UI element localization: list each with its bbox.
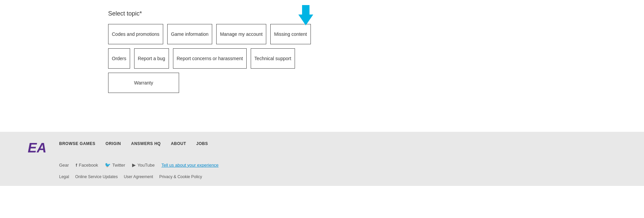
btn-codes-promotions[interactable]: Codes and promotions: [108, 24, 163, 44]
legal-link[interactable]: Legal: [59, 174, 69, 179]
social-gear[interactable]: Gear: [59, 163, 69, 168]
btn-manage-account[interactable]: Manage my account: [216, 24, 266, 44]
privacy-policy-link[interactable]: Privacy & Cookie Policy: [159, 174, 202, 179]
twitter-label: Twitter: [112, 163, 125, 168]
footer-top: EA BROWSE GAMES ORIGIN ANSWERS HQ ABOUT …: [27, 141, 617, 156]
nav-answers-hq[interactable]: ANSWERS HQ: [131, 141, 161, 146]
user-agreement-link[interactable]: User Agreement: [124, 174, 153, 179]
footer: EA BROWSE GAMES ORIGIN ANSWERS HQ ABOUT …: [0, 132, 644, 186]
nav-about[interactable]: ABOUT: [171, 141, 186, 146]
btn-technical-support[interactable]: Technical support: [251, 48, 295, 69]
select-topic-label: Select topic*: [108, 10, 536, 17]
main-content: Select topic* Codes and promotions Game …: [0, 0, 644, 132]
feedback-link[interactable]: Tell us about your experience: [162, 163, 219, 168]
svg-text:EA: EA: [28, 140, 46, 155]
nav-origin[interactable]: ORIGIN: [105, 141, 121, 146]
topic-row-1: Codes and promotions Game information Ma…: [108, 24, 536, 44]
nav-browse-games[interactable]: BROWSE GAMES: [59, 141, 95, 146]
topic-row-3: Warranty: [108, 73, 536, 93]
footer-nav: BROWSE GAMES ORIGIN ANSWERS HQ ABOUT JOB…: [59, 141, 617, 146]
btn-orders[interactable]: Orders: [108, 48, 130, 69]
nav-jobs[interactable]: JOBS: [196, 141, 208, 146]
social-youtube[interactable]: ▶ YouTube: [132, 162, 155, 168]
twitter-icon: 🐦: [105, 162, 110, 168]
btn-report-concerns[interactable]: Report concerns or harassment: [173, 48, 247, 69]
topic-row-2: Orders Report a bug Report concerns or h…: [108, 48, 536, 69]
btn-missing-content[interactable]: Missing content: [270, 24, 311, 44]
facebook-icon: f: [76, 163, 77, 168]
footer-social: Gear f Facebook 🐦 Twitter ▶ YouTube Tell…: [59, 162, 617, 168]
btn-report-bug[interactable]: Report a bug: [134, 48, 169, 69]
btn-game-information[interactable]: Game information: [167, 24, 212, 44]
social-facebook[interactable]: f Facebook: [76, 163, 98, 168]
youtube-icon: ▶: [132, 162, 136, 168]
ea-logo: EA: [27, 140, 46, 156]
btn-warranty[interactable]: Warranty: [108, 73, 179, 93]
online-service-link[interactable]: Online Service Updates: [75, 174, 118, 179]
footer-legal: Legal Online Service Updates User Agreem…: [59, 174, 617, 179]
social-twitter[interactable]: 🐦 Twitter: [105, 162, 125, 168]
topic-section: Select topic* Codes and promotions Game …: [108, 10, 536, 93]
youtube-label: YouTube: [138, 163, 155, 168]
facebook-label: Facebook: [79, 163, 98, 168]
